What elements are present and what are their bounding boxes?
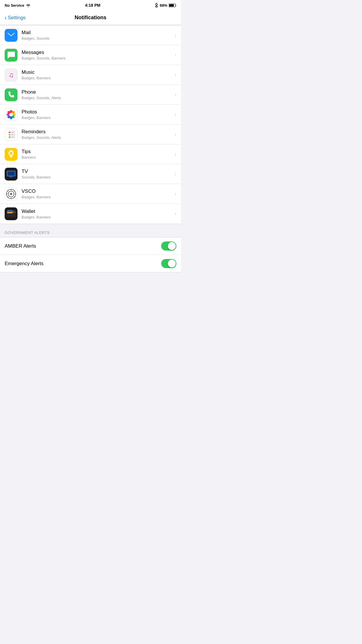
tv-subtitle: Sounds, Banners: [22, 175, 173, 179]
messages-subtitle: Badges, Sounds, Banners: [22, 56, 173, 60]
vsco-item-text: VSCO Badges, Banners: [22, 188, 173, 199]
svg-point-13: [9, 132, 10, 133]
photos-app-icon: [5, 108, 17, 121]
amber-alerts-knob: [168, 242, 176, 250]
reminders-name: Reminders: [22, 129, 173, 135]
chevron-right-icon: ›: [175, 92, 176, 97]
svg-rect-20: [10, 156, 12, 157]
tips-name: Tips: [22, 149, 173, 155]
svg-line-34: [14, 197, 15, 197]
list-item-phone[interactable]: Phone Badges, Sounds, Alerts ›: [0, 85, 181, 105]
wallet-name: Wallet: [22, 209, 173, 214]
app-list: Mail Badges, Sounds › Messages Badges, S…: [0, 25, 181, 224]
list-item-reminders[interactable]: Reminders Badges, Sounds, Alerts ›: [0, 125, 181, 144]
emergency-alerts-item[interactable]: Emergency Alerts: [0, 255, 181, 272]
mail-app-icon: [5, 29, 17, 42]
chevron-right-icon: ›: [175, 112, 176, 117]
svg-point-15: [9, 136, 10, 138]
svg-rect-24: [8, 172, 15, 176]
phone-item-text: Phone Badges, Sounds, Alerts: [22, 89, 173, 100]
chevron-left-icon: ‹: [5, 15, 7, 20]
phone-name: Phone: [22, 89, 173, 95]
list-item-vsco[interactable]: VSCO Badges, Banners ›: [0, 184, 181, 204]
photos-item-text: Photos Badges, Banners: [22, 109, 173, 120]
reminders-app-icon: [5, 128, 17, 141]
mail-name: Mail: [22, 30, 173, 36]
status-time: 4:18 PM: [85, 3, 101, 8]
music-app-icon: ♫: [5, 69, 17, 81]
chevron-right-icon: ›: [175, 152, 176, 157]
tv-item-text: TV Sounds, Banners: [22, 169, 173, 179]
svg-point-28: [10, 193, 12, 195]
status-right: 68%: [155, 3, 176, 8]
tv-app-icon: [5, 168, 17, 181]
svg-point-22: [10, 152, 13, 155]
mail-item-text: Mail Badges, Sounds: [22, 30, 173, 41]
chevron-right-icon: ›: [175, 132, 176, 137]
battery-percent: 68%: [160, 3, 167, 8]
svg-line-35: [14, 190, 15, 191]
phone-app-icon: [5, 88, 17, 101]
svg-rect-41: [7, 210, 13, 211]
vsco-app-icon: [5, 188, 17, 200]
emergency-alerts-toggle[interactable]: [161, 259, 176, 268]
messages-item-text: Messages Badges, Sounds, Banners: [22, 50, 173, 60]
status-bar: No Service 4:18 PM 68%: [0, 0, 181, 10]
photos-subtitle: Badges, Banners: [22, 116, 173, 120]
battery-icon: [169, 4, 176, 7]
svg-point-14: [9, 134, 10, 135]
amber-alerts-label: AMBER Alerts: [5, 243, 36, 249]
amber-alerts-item[interactable]: AMBER Alerts: [0, 237, 181, 255]
vsco-name: VSCO: [22, 188, 173, 194]
nav-bar: ‹ Settings Notifications: [0, 10, 181, 25]
tips-item-text: Tips Banners: [22, 149, 173, 160]
reminders-item-text: Reminders Badges, Sounds, Alerts: [22, 129, 173, 140]
svg-rect-21: [10, 157, 12, 158]
chevron-right-icon: ›: [175, 33, 176, 38]
carrier-text: No Service: [5, 3, 24, 8]
chevron-right-icon: ›: [175, 191, 176, 197]
svg-rect-25: [10, 176, 13, 177]
list-item-music[interactable]: ♫ Music Badges, Banners ›: [0, 65, 181, 85]
wallet-subtitle: Badges, Banners: [22, 215, 173, 219]
emergency-alerts-label: Emergency Alerts: [5, 261, 43, 267]
wallet-item-text: Wallet Badges, Banners: [22, 209, 173, 219]
vsco-subtitle: Badges, Banners: [22, 195, 173, 199]
phone-subtitle: Badges, Sounds, Alerts: [22, 96, 173, 100]
list-item-photos[interactable]: Photos Badges, Banners ›: [0, 105, 181, 125]
tips-app-icon: [5, 148, 17, 161]
chevron-right-icon: ›: [175, 72, 176, 78]
tips-subtitle: Banners: [22, 155, 173, 160]
tv-name: TV: [22, 169, 173, 174]
photos-name: Photos: [22, 109, 173, 115]
messages-app-icon: [5, 49, 17, 62]
svg-point-11: [9, 113, 13, 116]
list-item-messages[interactable]: Messages Badges, Sounds, Banners ›: [0, 45, 181, 65]
svg-line-33: [8, 190, 8, 191]
messages-name: Messages: [22, 50, 173, 55]
list-item-tips[interactable]: Tips Banners ›: [0, 144, 181, 164]
reminders-subtitle: Badges, Sounds, Alerts: [22, 135, 173, 140]
list-item-wallet[interactable]: Wallet Badges, Banners ›: [0, 204, 181, 224]
wallet-app-icon: [5, 207, 17, 220]
chevron-right-icon: ›: [175, 211, 176, 216]
status-left: No Service: [5, 3, 31, 8]
chevron-right-icon: ›: [175, 52, 176, 58]
list-item-tv[interactable]: TV Sounds, Banners ›: [0, 164, 181, 184]
svg-line-36: [8, 197, 8, 197]
wifi-icon: [26, 4, 31, 7]
mail-subtitle: Badges, Sounds: [22, 36, 173, 41]
emergency-alerts-knob: [168, 260, 176, 267]
government-alerts-list: AMBER Alerts Emergency Alerts: [0, 237, 181, 272]
bluetooth-icon: [155, 3, 158, 8]
chevron-right-icon: ›: [175, 172, 176, 177]
government-alerts-header: GOVERNMENT ALERTS: [0, 224, 181, 237]
page-title: Notifications: [75, 15, 106, 21]
music-name: Music: [22, 69, 173, 75]
music-note-icon: ♫: [8, 71, 14, 79]
amber-alerts-toggle[interactable]: [161, 242, 176, 251]
list-item-mail[interactable]: Mail Badges, Sounds ›: [0, 25, 181, 45]
svg-rect-1: [169, 4, 174, 6]
music-item-text: Music Badges, Banners: [22, 69, 173, 80]
back-button[interactable]: ‹ Settings: [5, 15, 26, 21]
